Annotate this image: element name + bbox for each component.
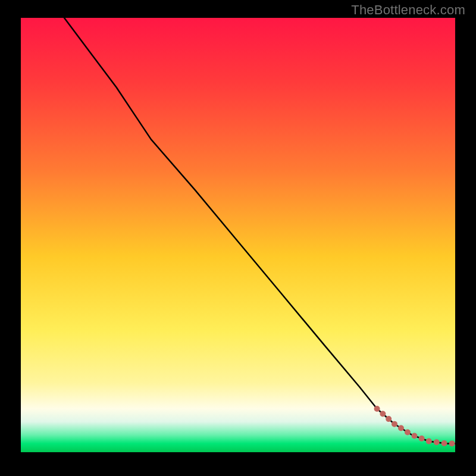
- plot-area: [21, 18, 455, 452]
- data-layer: [21, 18, 455, 452]
- watermark-text: TheBottleneck.com: [351, 2, 465, 18]
- main-curve: [64, 18, 455, 443]
- chart-frame: TheBottleneck.com: [0, 0, 476, 476]
- dotted-tail: [377, 409, 455, 443]
